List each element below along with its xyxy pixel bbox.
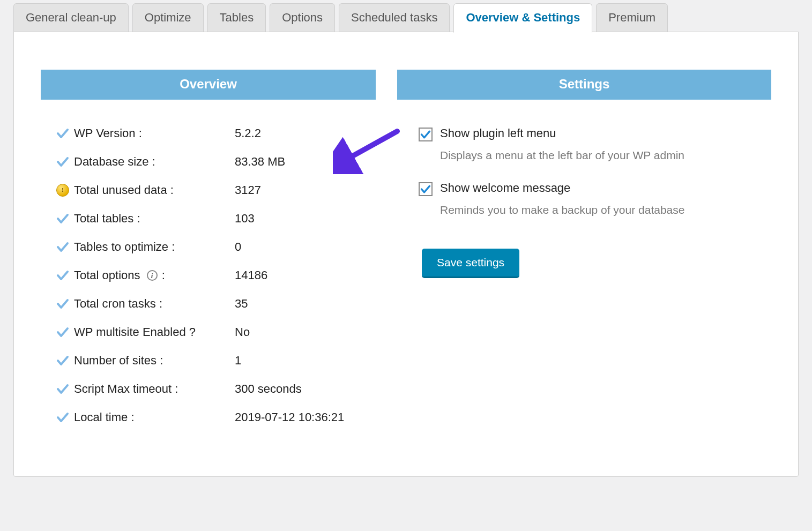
row-database-size: Database size : 83.38 MB [51, 155, 370, 169]
check-icon [51, 411, 74, 424]
row-label: Total tables : [74, 212, 235, 226]
overview-list: WP Version : 5.2.2 Database size : 83.38… [41, 100, 376, 424]
settings-header: Settings [397, 70, 771, 100]
check-icon [51, 269, 74, 282]
row-value: 3127 [235, 183, 261, 197]
row-total-cron-tasks: Total cron tasks : 35 [51, 297, 370, 311]
tab-scheduled-tasks[interactable]: Scheduled tasks [339, 3, 450, 32]
check-icon [51, 326, 74, 339]
row-value: 0 [235, 240, 241, 254]
check-icon [51, 212, 74, 225]
panel: Overview WP Version : 5.2.2 Database siz… [13, 32, 799, 477]
settings-list: Show plugin left menu Displays a menu at… [397, 100, 771, 278]
setting-desc: Displays a menu at the left bar of your … [440, 149, 761, 162]
row-local-time: Local time : 2019-07-12 10:36:21 [51, 410, 370, 424]
tab-bar: General clean-up Optimize Tables Options… [13, 3, 799, 32]
check-icon [51, 241, 74, 253]
row-value: 83.38 MB [235, 155, 285, 169]
tab-premium[interactable]: Premium [596, 3, 668, 32]
check-icon [51, 383, 74, 395]
row-wp-version: WP Version : 5.2.2 [51, 126, 370, 140]
check-icon [51, 155, 74, 168]
info-icon[interactable]: i [147, 270, 158, 281]
row-label: WP Version : [74, 126, 235, 140]
row-label: WP multisite Enabled ? [74, 325, 235, 339]
overview-header: Overview [41, 70, 376, 100]
row-value: 2019-07-12 10:36:21 [235, 410, 344, 424]
check-icon [51, 127, 74, 140]
row-script-max-timeout: Script Max timeout : 300 seconds [51, 382, 370, 396]
row-wp-multisite: WP multisite Enabled ? No [51, 325, 370, 339]
row-label: Script Max timeout : [74, 382, 235, 396]
check-icon [51, 297, 74, 310]
save-settings-button[interactable]: Save settings [422, 249, 519, 278]
tab-overview-settings[interactable]: Overview & Settings [453, 3, 592, 33]
tab-tables[interactable]: Tables [207, 3, 266, 32]
row-value: No [235, 325, 250, 339]
row-value: 5.2.2 [235, 126, 261, 140]
settings-column: Settings Show plugin left menu Displays … [397, 70, 771, 439]
setting-show-welcome: Show welcome message [419, 181, 761, 196]
row-number-of-sites: Number of sites : 1 [51, 354, 370, 368]
tab-general-cleanup[interactable]: General clean-up [13, 3, 129, 32]
row-label: Database size : [74, 155, 235, 169]
tab-optimize[interactable]: Optimize [132, 3, 204, 32]
checkbox-show-welcome[interactable] [419, 182, 433, 196]
check-icon [51, 354, 74, 367]
row-label: Local time : [74, 410, 235, 424]
row-total-options: Total options i : 14186 [51, 268, 370, 282]
row-tables-to-optimize: Tables to optimize : 0 [51, 240, 370, 254]
overview-column: Overview WP Version : 5.2.2 Database siz… [41, 70, 376, 439]
row-value: 14186 [235, 268, 267, 282]
row-value: 1 [235, 354, 241, 368]
warning-icon: ! [51, 184, 74, 197]
row-total-unused-data: ! Total unused data : 3127 [51, 183, 370, 197]
setting-desc: Reminds you to make a backup of your dat… [440, 204, 761, 216]
row-label: Number of sites : [74, 354, 235, 368]
setting-label: Show plugin left menu [440, 126, 556, 140]
row-label: Total unused data : [74, 183, 235, 197]
row-label: Tables to optimize : [74, 240, 235, 254]
checkbox-show-left-menu[interactable] [419, 128, 433, 141]
row-total-tables: Total tables : 103 [51, 212, 370, 226]
row-label: Total options i : [74, 268, 235, 282]
setting-show-left-menu: Show plugin left menu [419, 126, 761, 141]
row-value: 35 [235, 297, 248, 311]
row-label: Total cron tasks : [74, 297, 235, 311]
row-value: 300 seconds [235, 382, 302, 396]
setting-label: Show welcome message [440, 181, 570, 195]
tab-options[interactable]: Options [270, 3, 335, 32]
row-value: 103 [235, 212, 255, 226]
